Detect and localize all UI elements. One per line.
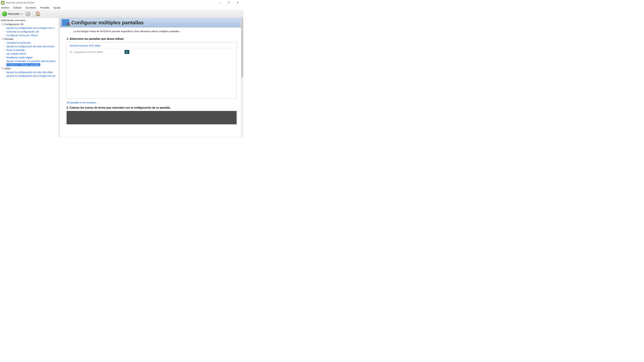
- main-inner: Configurar múltiples pantallas La tecnol…: [60, 18, 244, 137]
- sidebar-heading: Seleccionar una tarea...: [0, 18, 58, 22]
- window-title: Panel de control de NVIDIA: [6, 1, 34, 4]
- app-icon: [1, 1, 4, 4]
- step1-section: 1. Seleccione las pantallas que desea ut…: [60, 34, 243, 106]
- gpu-display-list: NVIDIA GeForce RTX 3060 ✓ ViewSonic VX27…: [66, 42, 237, 99]
- tree-group[interactable]: −Vídeo: [0, 66, 58, 70]
- maximize-button[interactable]: ☐: [226, 1, 231, 4]
- titlebar: Panel de control de NVIDIA — ☐ ✕: [0, 0, 244, 5]
- tree-item-label: Configurar múltiples pantallas: [6, 63, 40, 66]
- tree-item-label: Cambiar la resolución: [6, 41, 31, 44]
- home-button[interactable]: 🏠: [34, 11, 41, 17]
- scrollbar-thumb[interactable]: [241, 18, 243, 78]
- tree-item[interactable]: Controlar la configuración 3D: [0, 30, 58, 33]
- display-index-badge: 1: [124, 50, 129, 54]
- page-header: Configurar múltiples pantallas: [60, 18, 243, 27]
- page-title: Configurar múltiples pantallas: [71, 20, 144, 25]
- display-missing-link[interactable]: Mi pantalla no se muestra...: [66, 99, 98, 104]
- page-intro: La tecnología nView de NVIDIA le permite…: [60, 27, 243, 34]
- collapse-icon[interactable]: −: [2, 23, 4, 25]
- arrange-canvas[interactable]: [66, 111, 237, 124]
- tree-item[interactable]: Configurar múltiples pantallas: [0, 63, 58, 66]
- tree-group-label: Configuración 3D: [4, 23, 24, 26]
- tree-item[interactable]: Ajustar la configuración de color del es…: [0, 44, 58, 48]
- tree-item-label: Ajustar la configuración de la imagen de…: [6, 74, 55, 77]
- menu-pantalla[interactable]: Pantalla: [40, 6, 49, 9]
- content: Seleccionar una tarea... −Configuración …: [0, 18, 244, 137]
- forward-icon: →: [25, 11, 30, 16]
- menu-edicion[interactable]: Edición: [14, 6, 22, 9]
- tree-item[interactable]: Configurar Surround, PhysX: [0, 33, 58, 37]
- sidebar: Seleccionar una tarea... −Configuración …: [0, 18, 58, 137]
- display-row[interactable]: ✓ ViewSonic VX2718-2KPC 1: [70, 50, 234, 54]
- tree-item-label: Ver estado HDCP: [6, 52, 26, 55]
- close-button[interactable]: ✕: [236, 1, 240, 4]
- back-icon: ←: [2, 11, 7, 16]
- tree-item[interactable]: Ajustar la configuración de la imagen de…: [0, 74, 58, 78]
- collapse-icon[interactable]: −: [2, 67, 4, 69]
- window-controls: — ☐ ✕: [217, 1, 243, 4]
- tree-item[interactable]: Rotar la pantalla: [0, 48, 58, 52]
- task-tree: −Configuración 3DAjustar la configuració…: [0, 22, 58, 78]
- main-scrollbar[interactable]: [241, 18, 244, 137]
- forward-button[interactable]: →: [25, 11, 31, 17]
- tree-item[interactable]: Ajustar la configuración de color del ví…: [0, 70, 58, 74]
- tree-group-label: Pantalla: [4, 37, 13, 40]
- step2-title: 2. Colocar los iconos de forma que coinc…: [66, 106, 237, 109]
- tree-item[interactable]: Ajustar la configuración de la imagen co…: [0, 26, 58, 30]
- tree-group[interactable]: −Pantalla: [0, 37, 58, 41]
- tree-item-label: Ajustar la configuración de color del es…: [6, 45, 54, 48]
- tree-group-label: Vídeo: [4, 67, 11, 70]
- home-icon: 🏠: [35, 11, 40, 16]
- main-panel: Configurar múltiples pantallas La tecnol…: [58, 18, 244, 137]
- toolbar: ← Retroceder ▾ → 🏠: [0, 10, 244, 18]
- tree-item[interactable]: Cambiar la resolución: [0, 41, 58, 44]
- tree-item-label: Ajustar la configuración de la imagen co…: [6, 26, 54, 29]
- tree-item-label: Ajustar la configuración de color del ví…: [6, 71, 53, 73]
- collapse-icon[interactable]: −: [2, 38, 4, 40]
- step1-title: 1. Seleccione las pantallas que desea ut…: [66, 37, 237, 40]
- tree-item-label: Establecer audio digital: [6, 56, 32, 59]
- display-name: ViewSonic VX2718-2KPC: [74, 51, 103, 53]
- tree-item[interactable]: Ver estado HDCP: [0, 52, 58, 55]
- monitors-icon: [62, 19, 69, 26]
- display-checkbox[interactable]: ✓: [70, 51, 72, 53]
- gpu-name: NVIDIA GeForce RTX 3060: [70, 44, 234, 47]
- tree-item-label: Rotar la pantalla: [6, 49, 25, 51]
- minimize-button[interactable]: —: [217, 1, 222, 4]
- tree-item[interactable]: Ajustar el tamaño y la posición del escr…: [0, 59, 58, 63]
- menu-escritorio[interactable]: Escritorio: [26, 6, 36, 9]
- tree-group[interactable]: −Configuración 3D: [0, 22, 58, 26]
- menu-archivo[interactable]: Archivo: [1, 6, 10, 9]
- tree-item-label: Controlar la configuración 3D: [6, 30, 39, 33]
- back-button[interactable]: ← Retroceder ▾: [1, 11, 24, 17]
- menubar: Archivo Edición Escritorio Pantalla Ayud…: [0, 5, 244, 10]
- color-wheel-icon: [66, 23, 70, 26]
- tree-item-label: Configurar Surround, PhysX: [6, 34, 38, 37]
- back-label: Retroceder: [8, 12, 20, 15]
- step2-section: 2. Colocar los iconos de forma que coinc…: [60, 106, 243, 126]
- menu-ayuda[interactable]: Ayuda: [53, 6, 60, 9]
- tree-item-label: Ajustar el tamaño y la posición del escr…: [6, 60, 56, 62]
- back-dropdown-icon[interactable]: ▾: [21, 13, 23, 15]
- tree-item[interactable]: Establecer audio digital: [0, 55, 58, 59]
